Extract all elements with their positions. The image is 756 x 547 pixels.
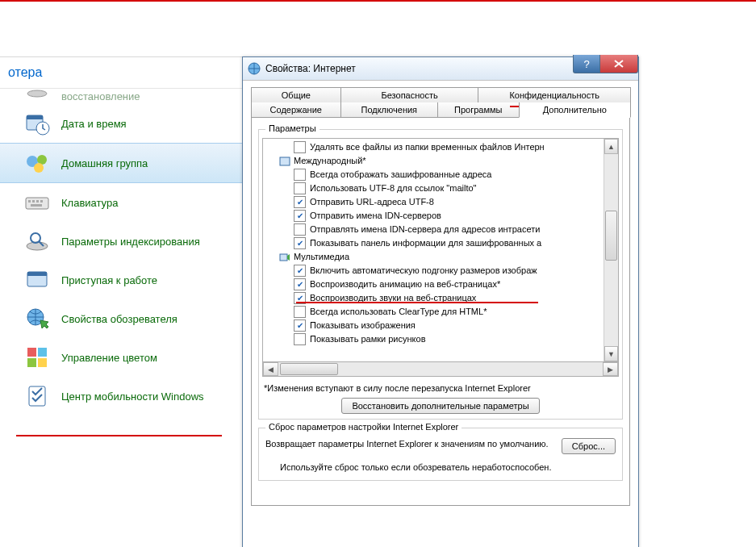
tree-row[interactable]: Всегда отображать зашифрованные адреса	[265, 168, 604, 182]
tab-connections[interactable]: Подключения	[340, 102, 438, 118]
tab-general[interactable]: Общие	[251, 87, 341, 102]
reset-group: Сброс параметров настройки Internet Expl…	[258, 428, 623, 481]
svg-rect-24	[280, 157, 290, 165]
help-button[interactable]: ?	[573, 55, 600, 73]
hscroll-track[interactable]	[278, 362, 603, 376]
sidebar-item-label: Управление цветом	[61, 352, 157, 364]
reset-group-title: Сброс параметров настройки Internet Expl…	[265, 422, 462, 432]
sidebar-item-internet-options[interactable]: Свойства обозревателя	[0, 299, 242, 338]
tree-label: Отправить имена IDN-серверов	[310, 209, 441, 223]
tree-row[interactable]: Отправить имена IDN-серверов	[265, 209, 604, 223]
reset-description: Возвращает параметры Internet Explorer к…	[265, 438, 553, 449]
svg-rect-25	[280, 254, 287, 261]
dialog-titlebar[interactable]: Свойства: Интернет ?	[243, 57, 638, 81]
svg-rect-16	[27, 272, 47, 276]
sidebar-item-label: Дата и время	[61, 118, 127, 130]
recovery-icon	[24, 91, 50, 102]
tree-label: Всегда использовать ClearType для HTML*	[310, 305, 487, 319]
sidebar-item-label: восстановление	[61, 90, 140, 102]
checkbox[interactable]	[294, 265, 306, 277]
tree-row[interactable]: Использовать UTF-8 для ссылок "mailto"	[265, 182, 604, 195]
tree-label: Воспроизводить анимацию на веб-страницах…	[310, 278, 500, 291]
tree-label: Включить автоматическую подгонку размеро…	[310, 264, 537, 278]
tree-label: Показывать изображения	[310, 319, 416, 332]
svg-rect-9	[32, 200, 35, 203]
tree-row[interactable]: Включить автоматическую подгонку размеро…	[265, 264, 604, 278]
hscroll-thumb[interactable]	[280, 363, 338, 375]
sidebar-item-label: Домашняя группа	[61, 157, 148, 169]
tree-category[interactable]: Мультимедиа	[265, 250, 604, 264]
horizontal-scrollbar[interactable]: ◀ ▶	[262, 362, 619, 377]
reset-hint: Используйте сброс только если обозревате…	[265, 462, 616, 472]
sidebar-item-date-time[interactable]: Дата и время	[0, 104, 242, 143]
parameters-group: Параметры Удалять все файлы из папки вре…	[258, 129, 623, 420]
sidebar-item-recovery[interactable]: восстановление	[0, 89, 242, 104]
annotation-underline-1	[16, 435, 222, 436]
checkbox[interactable]	[294, 319, 306, 332]
sidebar-item-keyboard[interactable]: Клавиатура	[0, 183, 242, 222]
control-panel-item-list: восстановление Дата и время Домашняя гру…	[0, 89, 242, 415]
tab-content[interactable]: Содержание	[251, 102, 341, 118]
scroll-up-button[interactable]: ▲	[604, 139, 618, 154]
category-icon	[279, 156, 290, 167]
tree-label: Отправить URL-адреса UTF-8	[310, 195, 434, 209]
checkbox[interactable]	[294, 210, 306, 222]
tree-row[interactable]: Показывать изображения	[265, 319, 604, 332]
svg-point-0	[27, 90, 47, 97]
restore-defaults-button[interactable]: Восстановить дополнительные параметры	[341, 398, 539, 414]
tree-label: Показывать панель информации для зашифро…	[310, 236, 541, 250]
decorative-red-line-top	[0, 0, 756, 2]
checkbox[interactable]	[294, 237, 306, 249]
close-button[interactable]	[600, 55, 638, 73]
tab-security[interactable]: Безопасность	[340, 87, 479, 102]
scroll-right-button[interactable]: ▶	[603, 362, 618, 376]
sidebar-item-label: Приступая к работе	[61, 274, 157, 286]
checkbox[interactable]	[294, 278, 306, 290]
tab-programs[interactable]: Программы	[437, 102, 520, 118]
keyboard-icon	[24, 190, 50, 215]
annotation-underline-option	[296, 302, 538, 303]
checkbox[interactable]	[294, 333, 306, 345]
tree-row[interactable]: Удалять все файлы из папки временных фай…	[265, 140, 604, 154]
tab-advanced[interactable]: Дополнительно	[519, 102, 631, 118]
svg-rect-11	[40, 200, 43, 203]
sidebar-item-indexing[interactable]: Параметры индексирования	[0, 222, 242, 261]
scroll-track[interactable]	[604, 154, 618, 346]
checkbox[interactable]	[294, 306, 306, 318]
svg-rect-8	[28, 200, 31, 203]
tree-row[interactable]: Всегда использовать ClearType для HTML*	[265, 305, 604, 319]
sidebar-item-color-management[interactable]: Управление цветом	[0, 338, 242, 377]
sidebar-item-mobility-center[interactable]: Центр мобильности Windows	[0, 377, 242, 415]
checkbox[interactable]	[294, 169, 306, 181]
tree-row[interactable]: Отправлять имена IDN-сервера для адресов…	[265, 223, 604, 236]
reset-button[interactable]: Сброс...	[562, 438, 616, 454]
sidebar-item-homegroup[interactable]: Домашняя группа	[0, 143, 242, 183]
tree-row[interactable]: Показывать рамки рисунков	[265, 332, 604, 346]
tab-privacy[interactable]: Конфиденциальность	[478, 87, 631, 102]
sidebar-item-label: Параметры индексирования	[61, 236, 200, 248]
sidebar-item-getting-started[interactable]: Приступая к работе	[0, 261, 242, 299]
tree-row[interactable]: Отправить URL-адреса UTF-8	[265, 195, 604, 209]
tree-row[interactable]: Воспроизводить анимацию на веб-страницах…	[265, 278, 604, 291]
checkbox[interactable]	[294, 223, 306, 236]
color-management-icon	[24, 344, 50, 370]
tree-row[interactable]: Показывать панель информации для зашифро…	[265, 236, 604, 250]
dialog-title: Свойства: Интернет	[265, 63, 356, 74]
tree-label: Использовать UTF-8 для ссылок "mailto"	[310, 182, 477, 195]
sidebar-item-label: Свойства обозревателя	[61, 313, 178, 325]
internet-options-icon	[24, 306, 50, 332]
checkbox[interactable]	[294, 196, 306, 208]
checkbox[interactable]	[294, 182, 306, 194]
tree-category[interactable]: Международный*	[265, 154, 604, 168]
checkbox[interactable]	[294, 141, 306, 153]
globe-icon	[248, 62, 261, 75]
scroll-left-button[interactable]: ◀	[263, 362, 278, 376]
control-panel-sidebar: отера восстановление Дата и время Домашн…	[0, 56, 242, 415]
sidebar-item-label: Центр мобильности Windows	[61, 390, 204, 403]
settings-tree-content[interactable]: Удалять все файлы из папки временных фай…	[263, 139, 604, 361]
scroll-thumb[interactable]	[605, 211, 617, 261]
homegroup-icon	[24, 150, 50, 176]
svg-rect-2	[27, 115, 43, 119]
scroll-down-button[interactable]: ▼	[604, 346, 618, 361]
vertical-scrollbar[interactable]: ▲ ▼	[604, 139, 618, 361]
